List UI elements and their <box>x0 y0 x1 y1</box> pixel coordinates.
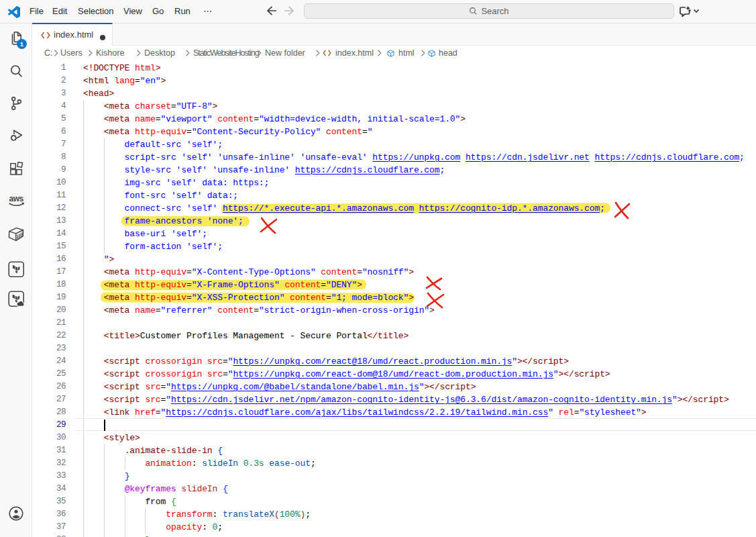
svg-text:aws: aws <box>9 194 24 203</box>
